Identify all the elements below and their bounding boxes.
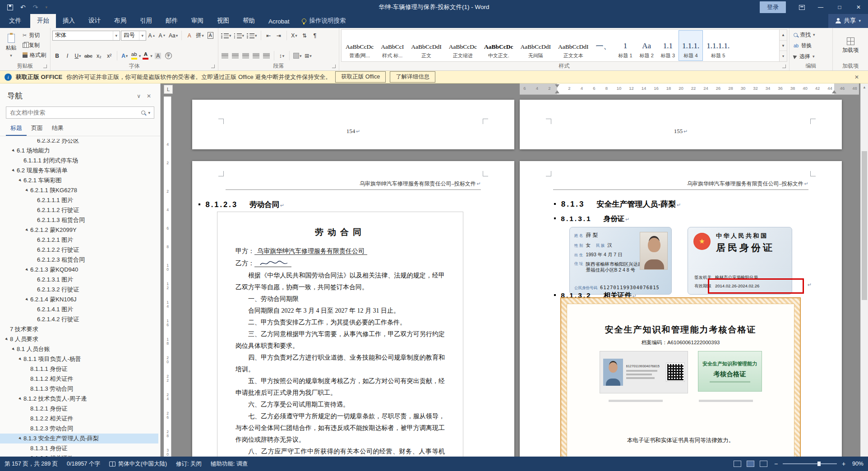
- italic-button[interactable]: I: [63, 51, 72, 61]
- style-item-9[interactable]: Aa标题 2: [636, 30, 657, 61]
- nav-options-chevron-icon[interactable]: ∨: [133, 93, 145, 99]
- page-indicator[interactable]: 第 157 页，共 289 页: [5, 460, 58, 468]
- sort-button[interactable]: ⇅: [300, 31, 309, 41]
- nav-tree-item[interactable]: ▶8.1 人员台账: [0, 344, 158, 354]
- nav-tree-item[interactable]: 6.2.1.3.2 行驶证: [0, 285, 158, 295]
- align-right-button[interactable]: [241, 51, 250, 61]
- clear-formatting-button[interactable]: A: [185, 31, 194, 41]
- nav-tree-item[interactable]: ▶8 人员要求: [0, 334, 158, 344]
- tab-layout[interactable]: 布局: [107, 14, 133, 28]
- undo-icon[interactable]: ↶: [20, 4, 26, 11]
- distribute-button[interactable]: [262, 51, 271, 61]
- nav-tab-pages[interactable]: 页面: [27, 122, 47, 136]
- text-effects-button[interactable]: A▾: [120, 51, 129, 61]
- font-color-button[interactable]: A: [142, 52, 149, 60]
- nav-tree-item[interactable]: 8.1.2.1 身份证: [0, 404, 158, 414]
- minimize-button[interactable]: —: [811, 0, 830, 14]
- scrollbar-thumb[interactable]: [862, 151, 867, 300]
- nav-tree-item[interactable]: 8.1.2.2 相关证件: [0, 414, 158, 424]
- font-size-combo[interactable]: 四号▾: [121, 31, 146, 41]
- tab-stop-selector[interactable]: L: [164, 85, 173, 94]
- replace-button[interactable]: ab替换: [791, 41, 814, 51]
- nav-tree-item[interactable]: 6.2.1.1.3 租赁合同: [0, 215, 158, 225]
- word-count[interactable]: 0/18957 个字: [67, 460, 100, 468]
- shrink-font-button[interactable]: A▼: [157, 31, 167, 41]
- zoom-in-button[interactable]: +: [840, 460, 847, 467]
- justify-button[interactable]: [251, 51, 261, 61]
- save-icon[interactable]: [7, 5, 13, 10]
- style-item-5[interactable]: AaBbCcDdI无间隔: [517, 30, 554, 61]
- styles-dialog-launcher[interactable]: [782, 65, 786, 68]
- nav-tree-item[interactable]: ▶6.2.1.2 蒙K2099Y: [0, 225, 158, 235]
- warning-close-icon[interactable]: ✕: [850, 74, 863, 80]
- tab-review[interactable]: 审阅: [185, 14, 210, 28]
- style-item-3[interactable]: AaBbCcDc正文缩进: [445, 30, 480, 61]
- hanging-indent-marker[interactable]: [555, 90, 559, 93]
- character-shading-button[interactable]: A: [153, 51, 163, 61]
- styles-scroll-down[interactable]: ▼: [780, 40, 787, 51]
- share-button[interactable]: 共享 ▾: [828, 14, 868, 28]
- underline-button[interactable]: U▾: [73, 51, 83, 61]
- vertical-scrollbar[interactable]: ▲: [860, 83, 868, 457]
- style-item-1[interactable]: AaBbCcI样式 标...: [377, 30, 407, 61]
- web-layout-button[interactable]: [760, 461, 767, 467]
- track-changes-indicator[interactable]: 修订: 关闭: [176, 460, 202, 468]
- style-item-12[interactable]: 1.1.1.1.标题 5: [703, 30, 733, 61]
- nav-tree-item[interactable]: 8.1.1.2 相关证件: [0, 374, 158, 384]
- tab-help[interactable]: 帮助: [236, 14, 262, 28]
- copy-button[interactable]: 复制: [20, 40, 48, 50]
- shading-button[interactable]: ▾: [292, 51, 303, 61]
- tab-references[interactable]: 引用: [133, 14, 159, 28]
- nav-tree-item[interactable]: ▶6.2.1 车辆彩图: [0, 175, 158, 185]
- style-item-7[interactable]: 一、: [592, 30, 614, 61]
- line-spacing-button[interactable]: ↕▾: [277, 51, 286, 61]
- redo-icon[interactable]: ↷: [33, 4, 38, 11]
- nav-tree-item[interactable]: 8.1.1.1 身份证: [0, 364, 158, 374]
- nav-tree-item[interactable]: 6.2.1.1.2 行驶证: [0, 205, 158, 215]
- bold-button[interactable]: B: [52, 51, 62, 61]
- right-indent-marker[interactable]: [832, 90, 836, 93]
- tab-design[interactable]: 设计: [82, 14, 107, 28]
- zoom-slider-thumb[interactable]: [817, 462, 821, 466]
- nav-tree-item[interactable]: 6.2.3.2.2 办公区: [0, 139, 158, 146]
- nav-tree-item[interactable]: 6.2.1.3.1 图片: [0, 275, 158, 285]
- style-item-6[interactable]: AaBbCcDdI正文文本: [554, 30, 592, 61]
- decrease-indent-button[interactable]: ⇤: [264, 31, 273, 41]
- nav-tree-item[interactable]: 6.2.1.4.1 图片: [0, 305, 158, 314]
- select-button[interactable]: 选择▾: [791, 51, 817, 61]
- nav-tree-item[interactable]: 7 技术要求: [0, 324, 158, 334]
- tab-acrobat[interactable]: Acrobat: [262, 15, 296, 28]
- zoom-slider[interactable]: [783, 463, 837, 464]
- align-center-button[interactable]: [231, 51, 240, 61]
- paragraph-dialog-launcher[interactable]: [332, 65, 336, 68]
- print-layout-button[interactable]: [747, 461, 754, 467]
- find-button[interactable]: 查找▾: [791, 30, 817, 40]
- paste-button[interactable]: 粘贴 ▾: [2, 29, 20, 62]
- read-mode-button[interactable]: [734, 461, 741, 467]
- style-item-4[interactable]: AaBbCcDc中文正文.: [480, 30, 517, 61]
- pinyin-guide-button[interactable]: 拼▾: [195, 31, 205, 41]
- nav-close-icon[interactable]: ✕: [145, 93, 153, 99]
- style-item-2[interactable]: AaBbCcDdI正文: [407, 30, 445, 61]
- grow-font-button[interactable]: A▲: [147, 31, 157, 41]
- nav-tree-item[interactable]: ▶8.1.3 安全生产管理人员-薛梨: [0, 434, 158, 443]
- multilevel-list-button[interactable]: ▾: [246, 31, 258, 41]
- styles-scroll-up[interactable]: ▲: [780, 30, 787, 40]
- asian-layout-button[interactable]: X▾: [290, 31, 299, 41]
- tab-file[interactable]: 文件: [0, 14, 30, 28]
- nav-tab-headings[interactable]: 标题: [6, 122, 27, 136]
- nav-search-input[interactable]: [10, 109, 139, 116]
- get-genuine-office-button[interactable]: 获取正版 Office: [335, 71, 386, 83]
- nav-tree-item[interactable]: 8.1.2.3 劳动合同: [0, 424, 158, 434]
- style-item-8[interactable]: 1标题 1: [614, 30, 636, 61]
- style-item-0[interactable]: AaBbCcDc普通(网...: [342, 30, 377, 61]
- numbering-button[interactable]: ▾: [233, 31, 245, 41]
- change-case-button[interactable]: Aa▾: [168, 31, 179, 41]
- qat-customize-icon[interactable]: ▾: [45, 5, 47, 9]
- search-options-icon[interactable]: ▾: [148, 111, 150, 115]
- nav-tree-item[interactable]: 8.1.3.2 相关证件: [0, 453, 158, 457]
- nav-tree-item[interactable]: ▶8.1.1 项目负责人-杨普: [0, 354, 158, 364]
- nav-tree-item[interactable]: 8.1.1.3 劳动合同: [0, 384, 158, 394]
- zoom-level[interactable]: 90%: [852, 461, 863, 467]
- nav-tree-item[interactable]: ▶6.1 场地能力: [0, 146, 158, 156]
